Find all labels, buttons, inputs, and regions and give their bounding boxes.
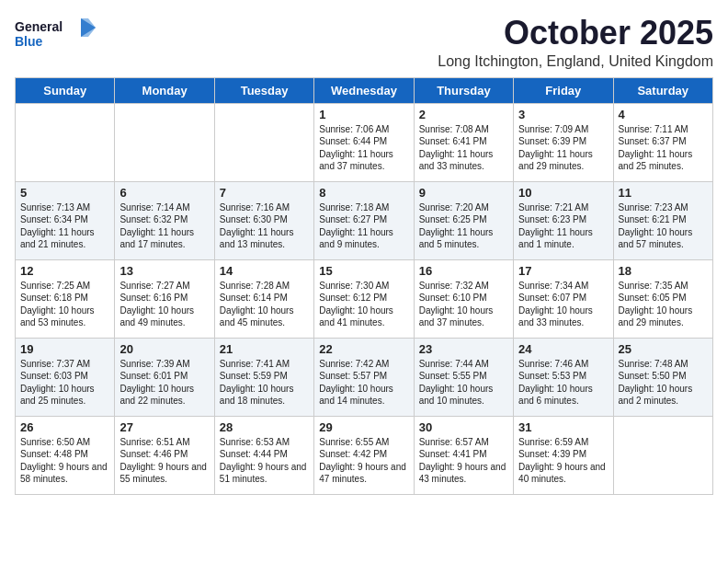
day-info: Sunrise: 7:11 AMSunset: 6:37 PMDaylight:… — [619, 123, 708, 173]
day-info: Sunrise: 7:28 AMSunset: 6:14 PMDaylight:… — [220, 280, 309, 329]
day-number: 4 — [619, 108, 708, 121]
calendar-cell — [16, 103, 115, 181]
calendar-cell: 13Sunrise: 7:27 AMSunset: 6:16 PMDayligh… — [115, 259, 214, 338]
day-info: Sunrise: 6:55 AMSunset: 4:42 PMDaylight:… — [319, 436, 408, 486]
calendar-cell: 9Sunrise: 7:20 AMSunset: 6:25 PMDaylight… — [414, 181, 513, 259]
title-block: October 2025 Long Itchington, England, U… — [438, 15, 713, 70]
calendar-cell: 12Sunrise: 7:25 AMSunset: 6:18 PMDayligh… — [16, 259, 115, 338]
day-number: 31 — [518, 420, 608, 434]
week-row-1: 1Sunrise: 7:06 AMSunset: 6:44 PMDaylight… — [16, 103, 713, 181]
day-number: 18 — [619, 264, 708, 278]
svg-marker-3 — [81, 18, 96, 37]
calendar-cell: 25Sunrise: 7:48 AMSunset: 5:50 PMDayligh… — [613, 338, 712, 416]
calendar-cell: 10Sunrise: 7:21 AMSunset: 6:23 PMDayligh… — [514, 181, 613, 259]
day-info: Sunrise: 7:37 AMSunset: 6:03 PMDaylight:… — [20, 358, 109, 408]
header-saturday: Saturday — [613, 77, 712, 103]
day-number: 6 — [119, 186, 209, 200]
page-header: General Blue October 2025 Long Itchingto… — [15, 15, 713, 70]
calendar-cell: 22Sunrise: 7:42 AMSunset: 5:57 PMDayligh… — [314, 338, 414, 416]
day-number: 12 — [20, 264, 109, 278]
month-title: October 2025 — [438, 15, 713, 52]
day-info: Sunrise: 7:39 AMSunset: 6:01 PMDaylight:… — [119, 358, 209, 408]
day-number: 30 — [419, 420, 508, 434]
calendar-cell — [613, 416, 712, 494]
day-info: Sunrise: 7:32 AMSunset: 6:10 PMDaylight:… — [419, 280, 508, 329]
week-row-4: 19Sunrise: 7:37 AMSunset: 6:03 PMDayligh… — [16, 338, 713, 416]
week-row-3: 12Sunrise: 7:25 AMSunset: 6:18 PMDayligh… — [16, 259, 713, 338]
day-info: Sunrise: 6:50 AMSunset: 4:48 PMDaylight:… — [20, 436, 109, 486]
calendar-cell — [115, 103, 214, 181]
calendar-table: SundayMondayTuesdayWednesdayThursdayFrid… — [15, 77, 713, 495]
logo-svg: General Blue — [15, 15, 97, 52]
day-number: 2 — [419, 108, 508, 121]
header-sunday: Sunday — [16, 77, 115, 103]
header-friday: Friday — [514, 77, 613, 103]
day-info: Sunrise: 6:53 AMSunset: 4:44 PMDaylight:… — [220, 436, 309, 486]
day-info: Sunrise: 7:08 AMSunset: 6:41 PMDaylight:… — [419, 123, 508, 173]
day-info: Sunrise: 7:30 AMSunset: 6:12 PMDaylight:… — [319, 280, 408, 329]
svg-text:General: General — [15, 19, 63, 34]
calendar-cell — [214, 103, 313, 181]
calendar-cell: 8Sunrise: 7:18 AMSunset: 6:27 PMDaylight… — [314, 181, 414, 259]
day-info: Sunrise: 7:48 AMSunset: 5:50 PMDaylight:… — [619, 358, 708, 408]
header-thursday: Thursday — [414, 77, 513, 103]
day-number: 29 — [319, 420, 408, 434]
day-info: Sunrise: 7:27 AMSunset: 6:16 PMDaylight:… — [119, 280, 209, 329]
day-info: Sunrise: 6:51 AMSunset: 4:46 PMDaylight:… — [119, 436, 209, 486]
day-info: Sunrise: 7:42 AMSunset: 5:57 PMDaylight:… — [319, 358, 408, 408]
day-number: 21 — [220, 342, 309, 356]
day-info: Sunrise: 7:06 AMSunset: 6:44 PMDaylight:… — [319, 123, 408, 173]
calendar-cell: 20Sunrise: 7:39 AMSunset: 6:01 PMDayligh… — [115, 338, 214, 416]
day-info: Sunrise: 7:21 AMSunset: 6:23 PMDaylight:… — [518, 201, 608, 251]
week-row-2: 5Sunrise: 7:13 AMSunset: 6:34 PMDaylight… — [16, 181, 713, 259]
day-info: Sunrise: 7:34 AMSunset: 6:07 PMDaylight:… — [518, 280, 608, 329]
day-info: Sunrise: 6:57 AMSunset: 4:41 PMDaylight:… — [419, 436, 508, 486]
day-info: Sunrise: 7:09 AMSunset: 6:39 PMDaylight:… — [518, 123, 608, 173]
day-info: Sunrise: 7:18 AMSunset: 6:27 PMDaylight:… — [319, 201, 408, 251]
calendar-cell: 1Sunrise: 7:06 AMSunset: 6:44 PMDaylight… — [314, 103, 414, 181]
calendar-cell: 27Sunrise: 6:51 AMSunset: 4:46 PMDayligh… — [115, 416, 214, 494]
day-info: Sunrise: 7:41 AMSunset: 5:59 PMDaylight:… — [220, 358, 309, 408]
day-number: 10 — [518, 186, 608, 200]
day-number: 25 — [619, 342, 708, 356]
day-info: Sunrise: 7:23 AMSunset: 6:21 PMDaylight:… — [619, 201, 708, 251]
day-number: 15 — [319, 264, 408, 278]
logo: General Blue — [15, 15, 97, 52]
calendar-cell: 21Sunrise: 7:41 AMSunset: 5:59 PMDayligh… — [214, 338, 313, 416]
calendar-cell: 30Sunrise: 6:57 AMSunset: 4:41 PMDayligh… — [414, 416, 513, 494]
header-tuesday: Tuesday — [214, 77, 313, 103]
calendar-cell: 28Sunrise: 6:53 AMSunset: 4:44 PMDayligh… — [214, 416, 313, 494]
header-wednesday: Wednesday — [314, 77, 414, 103]
calendar-cell: 6Sunrise: 7:14 AMSunset: 6:32 PMDaylight… — [115, 181, 214, 259]
day-number: 28 — [220, 420, 309, 434]
day-number: 20 — [119, 342, 209, 356]
day-number: 13 — [119, 264, 209, 278]
day-number: 22 — [319, 342, 408, 356]
calendar-cell: 4Sunrise: 7:11 AMSunset: 6:37 PMDaylight… — [613, 103, 712, 181]
calendar-cell: 3Sunrise: 7:09 AMSunset: 6:39 PMDaylight… — [514, 103, 613, 181]
day-info: Sunrise: 7:16 AMSunset: 6:30 PMDaylight:… — [220, 201, 309, 251]
calendar-cell: 2Sunrise: 7:08 AMSunset: 6:41 PMDaylight… — [414, 103, 513, 181]
svg-text:Blue: Blue — [15, 34, 43, 49]
location-title: Long Itchington, England, United Kingdom — [438, 53, 713, 70]
calendar-cell: 17Sunrise: 7:34 AMSunset: 6:07 PMDayligh… — [514, 259, 613, 338]
day-number: 9 — [419, 186, 508, 200]
calendar-cell: 11Sunrise: 7:23 AMSunset: 6:21 PMDayligh… — [613, 181, 712, 259]
calendar-cell: 7Sunrise: 7:16 AMSunset: 6:30 PMDaylight… — [214, 181, 313, 259]
calendar-cell: 19Sunrise: 7:37 AMSunset: 6:03 PMDayligh… — [16, 338, 115, 416]
day-info: Sunrise: 7:14 AMSunset: 6:32 PMDaylight:… — [119, 201, 209, 251]
calendar-cell: 24Sunrise: 7:46 AMSunset: 5:53 PMDayligh… — [514, 338, 613, 416]
day-number: 3 — [518, 108, 608, 121]
day-number: 5 — [20, 186, 109, 200]
day-info: Sunrise: 7:25 AMSunset: 6:18 PMDaylight:… — [20, 280, 109, 329]
day-info: Sunrise: 7:20 AMSunset: 6:25 PMDaylight:… — [419, 201, 508, 251]
calendar-cell: 23Sunrise: 7:44 AMSunset: 5:55 PMDayligh… — [414, 338, 513, 416]
calendar-cell: 18Sunrise: 7:35 AMSunset: 6:05 PMDayligh… — [613, 259, 712, 338]
calendar-cell: 31Sunrise: 6:59 AMSunset: 4:39 PMDayligh… — [514, 416, 613, 494]
weekday-header-row: SundayMondayTuesdayWednesdayThursdayFrid… — [16, 77, 713, 103]
day-number: 8 — [319, 186, 408, 200]
calendar-cell: 26Sunrise: 6:50 AMSunset: 4:48 PMDayligh… — [16, 416, 115, 494]
calendar-cell: 15Sunrise: 7:30 AMSunset: 6:12 PMDayligh… — [314, 259, 414, 338]
day-info: Sunrise: 7:44 AMSunset: 5:55 PMDaylight:… — [419, 358, 508, 408]
day-number: 16 — [419, 264, 508, 278]
